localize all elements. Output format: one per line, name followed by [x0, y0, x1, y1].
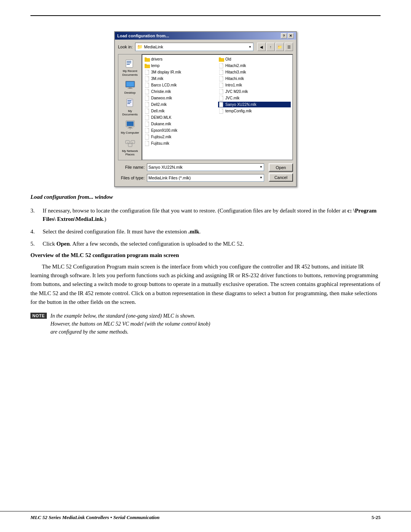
file-item-daewoo[interactable]: Daewoo.mlk: [144, 95, 217, 101]
file-list-panel: drivers Old temp: [142, 54, 293, 160]
help-button[interactable]: ?: [281, 33, 287, 38]
page: Load configuration from... ? ✕ Look in: …: [0, 0, 411, 532]
mlk-icon: [219, 83, 224, 88]
dropdown-arrow-icon: ▼: [249, 45, 252, 49]
step-4: 4. Select the desired configuration file…: [30, 227, 381, 236]
file-item-fujitsu2[interactable]: Fujitsu2.mlk: [144, 134, 217, 140]
file-item-epson[interactable]: Epson9100.mlk: [144, 128, 217, 133]
file-item-drivers[interactable]: drivers: [144, 56, 217, 62]
file-item-dukane[interactable]: Dukane.mlk: [144, 121, 217, 127]
file-name-label: File name:: [118, 165, 145, 169]
look-in-value: MediaLink: [144, 45, 163, 49]
close-button[interactable]: ✕: [288, 33, 294, 38]
sidebar-item-network[interactable]: My NetworkPlaces: [120, 137, 140, 158]
file-item-jvc[interactable]: JVC.mlk: [218, 95, 291, 101]
svg-rect-19: [128, 144, 132, 147]
footer-left: MLC 52 Series MediaLink Controllers • Se…: [30, 514, 159, 521]
mlk-icon: [145, 77, 150, 81]
step-5-number: 5.: [30, 240, 38, 248]
filename-section: File name: Sanyo XU22N.mlk ▼ Files of ty…: [118, 163, 293, 182]
desktop-label: Desktop: [124, 91, 135, 95]
dialog-body: Look in: 📁 MediaLink ▼ ◀ ↑ 📁 ☰: [115, 40, 296, 186]
empty-cell4: [218, 134, 291, 140]
new-folder-button[interactable]: 📁: [276, 43, 284, 51]
file-item-jvcm20[interactable]: JVC M20.mlk: [218, 89, 291, 94]
mlk-icon: [219, 109, 224, 113]
my-computer-icon: [125, 120, 135, 130]
mlk-icon: [219, 64, 224, 68]
file-item-hitachi3[interactable]: Hitachi3.mlk: [218, 69, 291, 75]
file-item-hitachi2[interactable]: Hitachi2.mlk: [218, 63, 291, 69]
mlk-icon: [145, 96, 150, 101]
body-paragraph: The MLC 52 Configuration Program main sc…: [30, 262, 381, 307]
file-item-temp[interactable]: temp: [144, 63, 217, 69]
dialog-box: Load configuration from... ? ✕ Look in: …: [114, 31, 297, 187]
my-documents-label: My Documents: [121, 109, 140, 117]
svg-rect-2: [127, 62, 131, 63]
note-line-2: However, the buttons on MLC 52 VC model …: [51, 321, 210, 327]
dialog-title: Load configuration from...: [117, 34, 169, 38]
sidebar-panel: My RecentDocuments: [118, 54, 142, 160]
step-4-content: Select the desired configuration file. I…: [43, 227, 381, 236]
mlk-icon: [145, 89, 150, 94]
file-item-fujitsu[interactable]: Fujitsu.mlk: [144, 141, 217, 146]
screenshot-area: Load configuration from... ? ✕ Look in: …: [30, 31, 381, 187]
file-item-old[interactable]: Old: [218, 56, 291, 62]
note-container: NOTE In the example below, the standard …: [30, 312, 381, 336]
note-line-1: In the example below, the standard (one-…: [51, 313, 195, 319]
filetype-row: Files of type: MediaLink Files (*.mlk) ▼: [118, 174, 264, 182]
sidebar-item-mycomputer[interactable]: My Computer: [120, 118, 140, 136]
sidebar-item-desktop[interactable]: Desktop: [120, 78, 140, 96]
mlk-icon: [145, 83, 150, 88]
numbered-steps: 3. If necessary, browse to locate the co…: [30, 206, 381, 248]
svg-rect-15: [127, 128, 133, 128]
mlk-icon: [145, 70, 150, 75]
top-border: [30, 15, 381, 16]
svg-rect-9: [127, 100, 131, 101]
empty-cell2: [218, 121, 291, 127]
file-item-tempconfig[interactable]: tempConfig.mlk: [218, 108, 291, 114]
my-network-label: My NetworkPlaces: [122, 149, 138, 157]
file-item-hitachi[interactable]: Hitachi.mlk: [218, 76, 291, 81]
look-in-dropdown[interactable]: 📁 MediaLink ▼: [135, 43, 253, 51]
sidebar-item-recent[interactable]: My RecentDocuments: [120, 57, 140, 78]
mlk-icon: [219, 77, 224, 81]
file-item-dell2[interactable]: Dell2.mlk: [144, 102, 217, 107]
view-menu-button[interactable]: ☰: [285, 43, 293, 51]
titlebar-buttons: ? ✕: [281, 33, 294, 38]
folder-icon: [219, 57, 224, 62]
page-footer: MLC 52 Series MediaLink Controllers • Se…: [0, 511, 411, 521]
cancel-button[interactable]: Cancel: [269, 173, 293, 182]
file-item-christie[interactable]: Christie.mlk: [144, 89, 217, 94]
file-item-barco[interactable]: Barco LCD.mlk: [144, 82, 217, 88]
sidebar-item-mydocs[interactable]: My Documents: [120, 97, 140, 118]
svg-rect-23: [145, 58, 147, 59]
svg-rect-6: [129, 88, 132, 88]
recent-docs-label: My RecentDocuments: [122, 69, 137, 77]
file-item-dell[interactable]: Dell.mlk: [144, 108, 217, 114]
file-item-sanyo-selected[interactable]: Sanyo XU22N.mlk: [218, 102, 291, 107]
files-of-type-dropdown[interactable]: MediaLink Files (*.mlk) ▼: [147, 174, 264, 182]
up-button[interactable]: ↑: [266, 43, 275, 51]
file-name-input[interactable]: Sanyo XU22N.mlk ▼: [147, 163, 264, 171]
folder-icon: [145, 64, 150, 68]
note-line-3: are configured by the same methods.: [51, 329, 129, 335]
svg-rect-11: [127, 103, 130, 104]
svg-rect-3: [127, 64, 130, 65]
desktop-icon: [125, 80, 135, 90]
mlk-icon: [145, 122, 150, 126]
file-item-3m[interactable]: 3M.mlk: [144, 76, 217, 81]
my-network-icon: [125, 138, 135, 149]
dialog-titlebar: Load configuration from... ? ✕: [115, 32, 296, 40]
svg-rect-27: [145, 64, 147, 66]
step-4-number: 4.: [30, 227, 38, 236]
recent-docs-icon: [125, 58, 135, 69]
file-item-3mdisplay[interactable]: 3M display IR.mlk: [144, 69, 217, 75]
file-item-demo[interactable]: DEMO.MLK: [144, 115, 217, 120]
section-heading: Overview of the MLC 52 configuration pro…: [30, 252, 381, 259]
open-button[interactable]: Open: [269, 163, 293, 172]
back-button[interactable]: ◀: [257, 43, 266, 51]
my-computer-label: My Computer: [121, 131, 139, 135]
step-3: 3. If necessary, browse to locate the co…: [30, 206, 381, 224]
file-item-intro1[interactable]: Intro1.mlk: [218, 82, 291, 88]
